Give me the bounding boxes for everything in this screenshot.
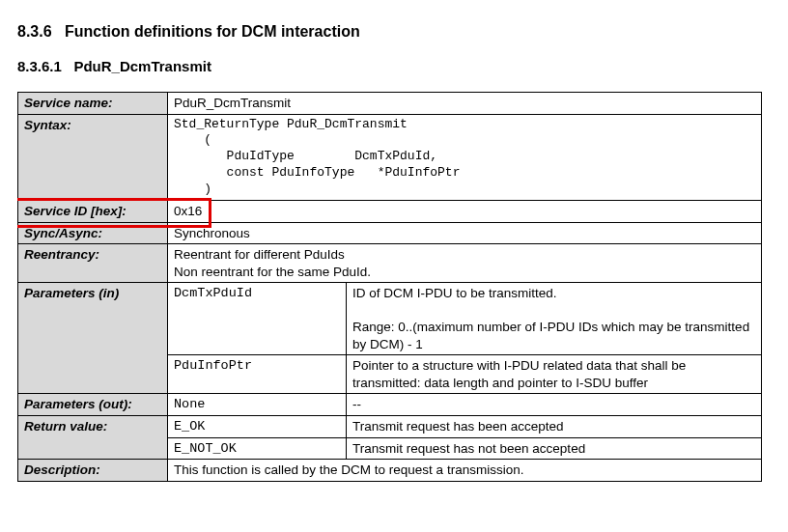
value-service-name: PduR_DcmTransmit	[168, 93, 762, 115]
return-name-0: E_OK	[168, 416, 347, 438]
return-desc-0: Transmit request has been accepted	[347, 416, 762, 438]
param-out-name: None	[168, 394, 347, 416]
value-description: This function is called by the DCM to re…	[168, 460, 762, 482]
section-number: 8.3.6	[17, 23, 52, 40]
label-syntax: Syntax:	[18, 114, 168, 200]
label-reentrancy: Reentrancy:	[18, 244, 168, 283]
label-return-value: Return value:	[18, 416, 168, 460]
return-name-1: E_NOT_OK	[168, 437, 347, 460]
row-params-in-0: Parameters (in) DcmTxPduId ID of DCM I-P…	[18, 283, 762, 355]
label-params-out: Parameters (out):	[18, 394, 168, 416]
param-in-name-1: PduInfoPtr	[168, 355, 347, 394]
label-service-name: Service name:	[18, 93, 168, 115]
label-service-id: Service ID [hex]:	[18, 201, 168, 223]
param-in-desc-0: ID of DCM I-PDU to be transmitted. Range…	[347, 283, 762, 355]
row-sync-async: Sync/Async: Synchronous	[18, 222, 762, 244]
param-in-name-0: DcmTxPduId	[168, 283, 347, 355]
row-syntax: Syntax: Std_ReturnType PduR_DcmTransmit …	[18, 114, 762, 200]
row-params-out: Parameters (out): None --	[18, 394, 762, 416]
section-title: Function definitions for DCM interaction	[65, 23, 360, 40]
row-service-id: Service ID [hex]: 0x16	[18, 201, 762, 223]
value-sync-async: Synchronous	[168, 222, 762, 244]
label-sync-async: Sync/Async:	[18, 222, 168, 244]
spec-table: Service name: PduR_DcmTransmit Syntax: S…	[17, 92, 762, 482]
param-out-desc: --	[347, 394, 762, 416]
row-service-name: Service name: PduR_DcmTransmit	[18, 93, 762, 115]
return-desc-1: Transmit request has not been accepted	[347, 437, 762, 460]
value-syntax: Std_ReturnType PduR_DcmTransmit ( PduIdT…	[168, 114, 762, 200]
value-service-id: 0x16	[168, 201, 762, 223]
row-description: Description: This function is called by …	[18, 460, 762, 482]
value-reentrancy: Reentrant for different PduIds Non reent…	[168, 244, 762, 283]
subsection-title: PduR_DcmTransmit	[73, 58, 211, 74]
row-return-0: Return value: E_OK Transmit request has …	[18, 416, 762, 438]
label-params-in: Parameters (in)	[18, 283, 168, 394]
label-description: Description:	[18, 460, 168, 482]
section-heading: 8.3.6 Function definitions for DCM inter…	[17, 23, 771, 41]
row-reentrancy: Reentrancy: Reentrant for different PduI…	[18, 244, 762, 283]
subsection-number: 8.3.6.1	[17, 58, 62, 74]
param-in-desc-1: Pointer to a structure with I-PDU relate…	[347, 355, 762, 394]
subsection-heading: 8.3.6.1 PduR_DcmTransmit	[17, 58, 771, 74]
syntax-code: Std_ReturnType PduR_DcmTransmit ( PduIdT…	[174, 117, 755, 198]
